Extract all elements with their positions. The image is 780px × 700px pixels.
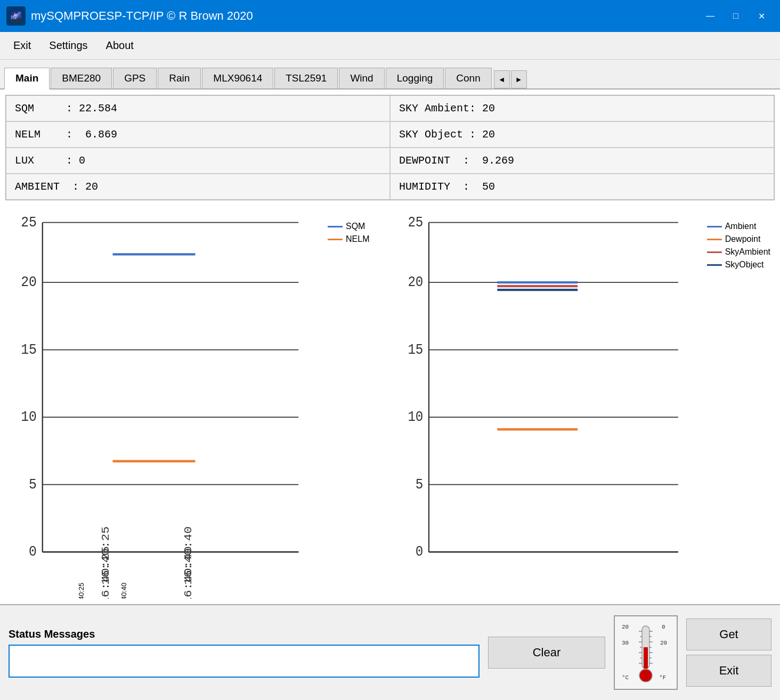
dewpoint-legend-line <box>707 239 722 240</box>
tab-wind[interactable]: Wind <box>339 68 384 88</box>
chart2: 25 20 15 10 5 0 <box>393 206 698 599</box>
bottom-controls: Clear <box>488 637 605 669</box>
get-button[interactable]: Get <box>686 618 771 650</box>
svg-text:20: 20 <box>408 274 423 291</box>
nelm-legend-label: NELM <box>346 234 369 244</box>
svg-text:0: 0 <box>416 543 423 560</box>
action-buttons: Get Exit <box>686 618 771 687</box>
sqm-legend-label: SQM <box>346 222 365 231</box>
legend-skyobject: SkyObject <box>707 260 770 270</box>
ambient-cell: AMBIENT : 20 <box>6 174 390 200</box>
exit-button[interactable]: Exit <box>686 655 771 687</box>
close-button[interactable]: ✕ <box>749 5 774 27</box>
title-bar: 🌌 mySQMPROESP-TCP/IP © R Brown 2020 — □ … <box>0 0 780 32</box>
svg-text:10: 10 <box>21 409 37 426</box>
chart1: 25 20 15 10 5 0 <box>5 206 319 599</box>
skyobject-legend-line <box>707 264 722 266</box>
bottom-bar: Status Messages Clear 20 30 0 20 °C °F <box>0 604 780 700</box>
tab-bar: Main BME280 GPS Rain MLX90614 TSL2591 Wi… <box>0 60 780 89</box>
status-label: Status Messages <box>9 628 480 640</box>
tab-scroll-left[interactable]: ◄ <box>494 70 510 88</box>
status-section: Status Messages <box>9 628 480 678</box>
tab-conn[interactable]: Conn <box>445 68 491 88</box>
svg-text:5: 5 <box>416 476 423 493</box>
svg-text:20: 20 <box>21 274 37 291</box>
svg-text:0: 0 <box>29 543 37 560</box>
svg-text:20: 20 <box>660 640 667 646</box>
svg-text:°F: °F <box>659 674 666 681</box>
minimize-button[interactable]: — <box>698 5 722 27</box>
svg-text:0: 0 <box>662 624 665 630</box>
chart1-section: 25 20 15 10 5 0 <box>5 206 387 599</box>
legend-skyambient: SkyAmbient <box>707 247 770 257</box>
svg-text:15: 15 <box>408 341 423 358</box>
sqm-cell: SQM : 22.584 <box>6 95 390 121</box>
skyobject-legend-label: SkyObject <box>725 260 764 270</box>
menu-bar: Exit Settings About <box>0 32 780 60</box>
menu-settings[interactable]: Settings <box>40 36 96 55</box>
chart2-legend: Ambient Dewpoint SkyAmbient SkyObject <box>703 206 775 599</box>
tab-tsl2591[interactable]: TSL2591 <box>274 68 338 88</box>
tab-rain[interactable]: Rain <box>158 68 201 88</box>
humidity-cell: HUMIDITY : 50 <box>390 174 774 200</box>
tab-main[interactable]: Main <box>4 68 50 89</box>
maximize-button[interactable]: □ <box>724 5 748 27</box>
data-grid: SQM : 22.584 SKY Ambient: 20 NELM : 6.86… <box>5 95 775 200</box>
charts-area: 25 20 15 10 5 0 <box>5 206 775 599</box>
legend-ambient: Ambient <box>707 222 770 231</box>
sqm-legend-line <box>328 226 343 227</box>
svg-text:°C: °C <box>622 674 629 681</box>
svg-text:5: 5 <box>29 476 37 493</box>
svg-point-46 <box>639 669 652 682</box>
nelm-cell: NELM : 6.869 <box>6 121 390 148</box>
svg-text:10: 10 <box>408 409 423 426</box>
sky-ambient-cell: SKY Ambient: 20 <box>390 95 774 121</box>
skyambient-legend-line <box>707 251 722 253</box>
tab-bme280[interactable]: BME280 <box>51 68 112 88</box>
tab-mlx90614[interactable]: MLX90614 <box>202 68 273 88</box>
menu-exit[interactable]: Exit <box>4 36 40 55</box>
chart2-section: 25 20 15 10 5 0 <box>393 206 775 599</box>
lux-cell: LUX : 0 <box>6 148 390 174</box>
legend-dewpoint: Dewpoint <box>707 234 770 244</box>
tab-logging[interactable]: Logging <box>386 68 444 88</box>
app-title: mySQMPROESP-TCP/IP © R Brown 2020 <box>31 9 698 23</box>
nelm-legend-line <box>328 239 343 240</box>
tab-scroll-right[interactable]: ► <box>511 70 527 88</box>
window-controls: — □ ✕ <box>698 5 774 27</box>
svg-text:15: 15 <box>21 341 37 358</box>
main-content: SQM : 22.584 SKY Ambient: 20 NELM : 6.86… <box>0 89 780 604</box>
svg-text:25: 25 <box>408 214 423 231</box>
clear-button[interactable]: Clear <box>488 637 605 669</box>
status-input[interactable] <box>9 645 480 678</box>
svg-rect-45 <box>644 647 648 669</box>
skyambient-legend-label: SkyAmbient <box>725 247 770 257</box>
dewpoint-cell: DEWPOINT : 9.269 <box>390 148 774 174</box>
ambient-legend-label: Ambient <box>725 222 757 231</box>
legend-nelm: NELM <box>328 234 383 244</box>
app-icon: 🌌 <box>6 6 26 26</box>
ambient-legend-line <box>707 226 722 227</box>
thermometer-widget: 20 30 0 20 °C °F <box>614 615 678 690</box>
legend-sqm: SQM <box>328 222 383 231</box>
tab-gps[interactable]: GPS <box>113 68 157 88</box>
menu-about[interactable]: About <box>97 36 143 55</box>
sky-object-cell: SKY Object : 20 <box>390 121 774 148</box>
svg-text:25: 25 <box>21 214 37 231</box>
chart1-legend: SQM NELM <box>323 206 387 599</box>
dewpoint-legend-label: Dewpoint <box>725 234 761 244</box>
svg-text:30: 30 <box>622 640 629 646</box>
svg-text:20: 20 <box>622 624 629 630</box>
